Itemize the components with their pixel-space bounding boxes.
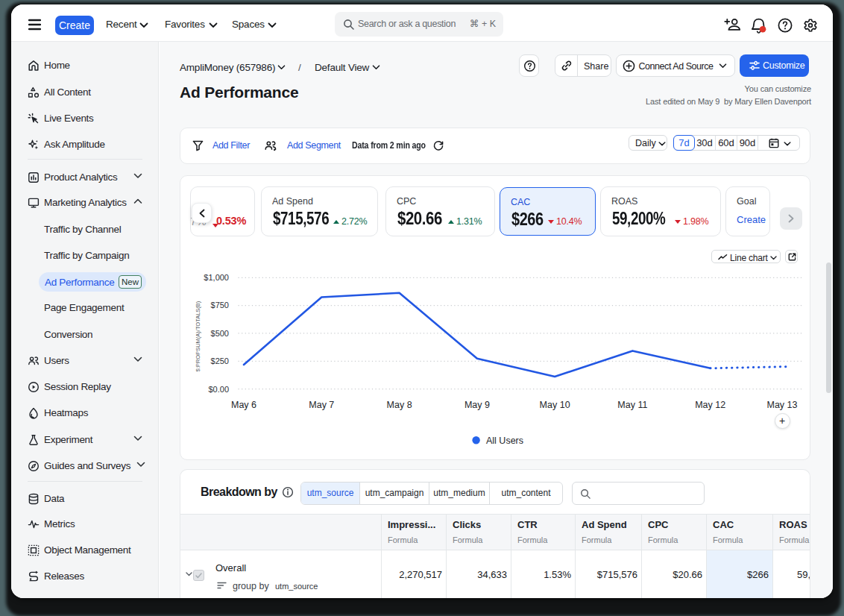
svg-text:May 6: May 6	[231, 400, 256, 410]
svg-text:$1,000: $1,000	[204, 273, 229, 282]
svg-text:$:PROPSUM(A)/TOTALS(B): $:PROPSUM(A)/TOTALS(B)	[195, 301, 201, 371]
svg-text:$0.00: $0.00	[208, 385, 229, 394]
svg-text:May 13: May 13	[767, 400, 798, 410]
svg-text:May 10: May 10	[540, 400, 570, 410]
svg-text:$500: $500	[211, 329, 229, 338]
svg-text:May 7: May 7	[309, 400, 334, 410]
svg-text:May 11: May 11	[617, 400, 647, 410]
svg-text:May 12: May 12	[695, 400, 725, 410]
svg-text:May 8: May 8	[387, 400, 412, 410]
svg-text:May 9: May 9	[464, 400, 490, 410]
svg-text:$750: $750	[211, 301, 229, 309]
svg-text:$250: $250	[211, 356, 229, 365]
svg-text:All Users: All Users	[486, 436, 523, 445]
